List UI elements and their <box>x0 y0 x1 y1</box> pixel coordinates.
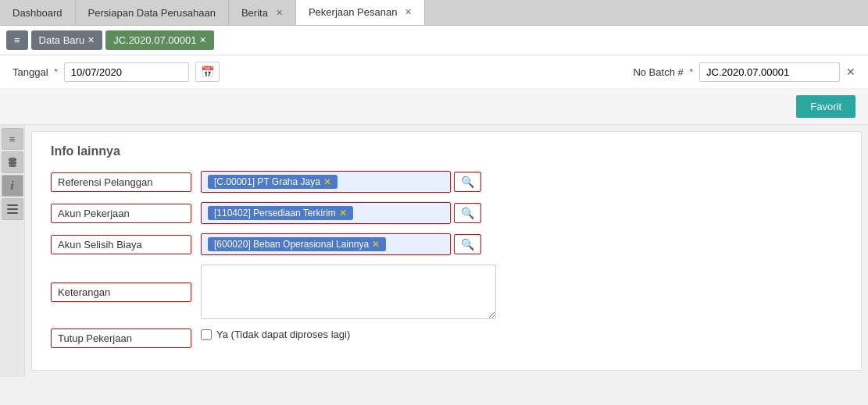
batch-required: * <box>690 67 693 76</box>
svg-point-4 <box>9 164 16 167</box>
sub-tab-jc[interactable]: JC.2020.07.00001 ✕ <box>105 30 214 50</box>
tanggal-required: * <box>55 67 58 76</box>
referensi-pelanggan-field: [C.00001] PT Graha Jaya ✕ 🔍 <box>201 171 481 193</box>
tutup-pekerjaan-checkbox-label: Ya (Tidak dapat diproses lagi) <box>216 329 350 340</box>
svg-rect-7 <box>7 212 18 214</box>
tab-berita-label: Berita <box>241 7 268 19</box>
calendar-button[interactable]: 📅 <box>195 62 220 82</box>
sub-toolbar: ≡ Data Baru ✕ JC.2020.07.00001 ✕ <box>0 26 868 55</box>
sidebar-lines-icon[interactable] <box>2 198 23 220</box>
tutup-pekerjaan-row: Tutup Pekerjaan Ya (Tidak dapat diproses… <box>51 329 842 348</box>
akun-selisih-biaya-search-button[interactable]: 🔍 <box>454 234 481 254</box>
tab-pekerjaan[interactable]: Pekerjaan Pesanan ✕ <box>296 0 425 25</box>
tutup-pekerjaan-checkbox[interactable] <box>201 329 212 340</box>
akun-pekerjaan-field: [110402] Persediaan Terkirim ✕ 🔍 <box>201 202 481 224</box>
svg-rect-3 <box>9 162 16 164</box>
list-icon: ≡ <box>14 34 20 46</box>
favorit-row: Favorit <box>0 89 868 125</box>
sub-tab-jc-close[interactable]: ✕ <box>199 35 206 45</box>
section-title: Info lainnya <box>51 144 842 158</box>
akun-pekerjaan-label: Akun Pekerjaan <box>51 204 191 223</box>
referensi-pelanggan-row: Referensi Pelanggan [C.00001] PT Graha J… <box>51 171 842 193</box>
keterangan-field <box>201 265 496 319</box>
akun-pekerjaan-tag-input[interactable]: [110402] Persediaan Terkirim ✕ <box>201 202 451 224</box>
sub-tab-list[interactable]: ≡ <box>6 30 28 50</box>
svg-rect-5 <box>7 204 18 206</box>
batch-group: No Batch # * ✕ <box>633 62 855 82</box>
tutup-pekerjaan-label: Tutup Pekerjaan <box>51 329 191 348</box>
main-content: ≡ i Info lainnya Referensi Pelang <box>0 125 868 377</box>
akun-selisih-biaya-row: Akun Selisih Biaya [600020] Beban Operas… <box>51 233 842 255</box>
sub-tab-data-baru-close[interactable]: ✕ <box>88 35 95 45</box>
referensi-pelanggan-tag: [C.00001] PT Graha Jaya ✕ <box>208 175 338 189</box>
batch-input[interactable] <box>699 62 840 82</box>
akun-selisih-biaya-field: [600020] Beban Operasional Lainnya ✕ 🔍 <box>201 233 481 255</box>
akun-pekerjaan-search-button[interactable]: 🔍 <box>454 203 481 223</box>
referensi-pelanggan-search-button[interactable]: 🔍 <box>454 172 481 192</box>
top-tabs: Dashboard Persiapan Data Perusahaan Beri… <box>0 0 868 26</box>
batch-clear-button[interactable]: ✕ <box>846 66 855 78</box>
akun-selisih-biaya-tag-remove[interactable]: ✕ <box>372 239 380 250</box>
form-panel: Info lainnya Referensi Pelanggan [C.0000… <box>31 131 862 371</box>
akun-selisih-biaya-label: Akun Selisih Biaya <box>51 235 191 254</box>
akun-pekerjaan-row: Akun Pekerjaan [110402] Persediaan Terki… <box>51 202 842 224</box>
tab-berita-close[interactable]: ✕ <box>276 8 283 18</box>
sidebar-info-icon[interactable]: i <box>2 175 23 197</box>
tab-persiapan[interactable]: Persiapan Data Perusahaan <box>76 0 229 25</box>
tab-dashboard-label: Dashboard <box>13 7 63 19</box>
tab-persiapan-label: Persiapan Data Perusahaan <box>88 7 216 19</box>
akun-selisih-biaya-tag-input[interactable]: [600020] Beban Operasional Lainnya ✕ <box>201 233 451 255</box>
left-sidebar: ≡ i <box>0 125 25 377</box>
sidebar-db-icon[interactable] <box>2 151 23 173</box>
tab-dashboard[interactable]: Dashboard <box>0 0 76 25</box>
akun-pekerjaan-tag: [110402] Persediaan Terkirim ✕ <box>208 206 353 220</box>
keterangan-row: Keterangan <box>51 265 842 319</box>
svg-rect-6 <box>7 208 18 210</box>
referensi-pelanggan-tag-input[interactable]: [C.00001] PT Graha Jaya ✕ <box>201 171 451 193</box>
sidebar-list-icon[interactable]: ≡ <box>2 128 23 150</box>
tab-pekerjaan-label: Pekerjaan Pesanan <box>309 6 397 18</box>
referensi-pelanggan-tag-remove[interactable]: ✕ <box>323 176 331 187</box>
tanggal-group: Tanggal * 📅 <box>13 62 220 82</box>
tab-pekerjaan-close[interactable]: ✕ <box>405 7 412 17</box>
svg-rect-1 <box>9 159 16 161</box>
tanggal-input[interactable] <box>64 62 189 82</box>
akun-pekerjaan-tag-remove[interactable]: ✕ <box>339 208 347 218</box>
keterangan-label: Keterangan <box>51 282 191 302</box>
tab-berita[interactable]: Berita ✕ <box>229 0 296 25</box>
tanggal-label: Tanggal <box>13 66 48 78</box>
referensi-pelanggan-label: Referensi Pelanggan <box>51 172 191 192</box>
akun-selisih-biaya-tag: [600020] Beban Operasional Lainnya ✕ <box>208 237 386 251</box>
tutup-pekerjaan-field: Ya (Tidak dapat diproses lagi) <box>201 329 350 340</box>
keterangan-textarea[interactable] <box>201 265 496 319</box>
sub-tab-data-baru-label: Data Baru <box>39 34 85 46</box>
sub-tab-data-baru[interactable]: Data Baru ✕ <box>31 30 103 50</box>
batch-label: No Batch # <box>633 66 683 78</box>
favorit-button[interactable]: Favorit <box>796 95 855 118</box>
form-header: Tanggal * 📅 No Batch # * ✕ <box>0 55 868 89</box>
sub-tab-jc-label: JC.2020.07.00001 <box>113 34 196 46</box>
